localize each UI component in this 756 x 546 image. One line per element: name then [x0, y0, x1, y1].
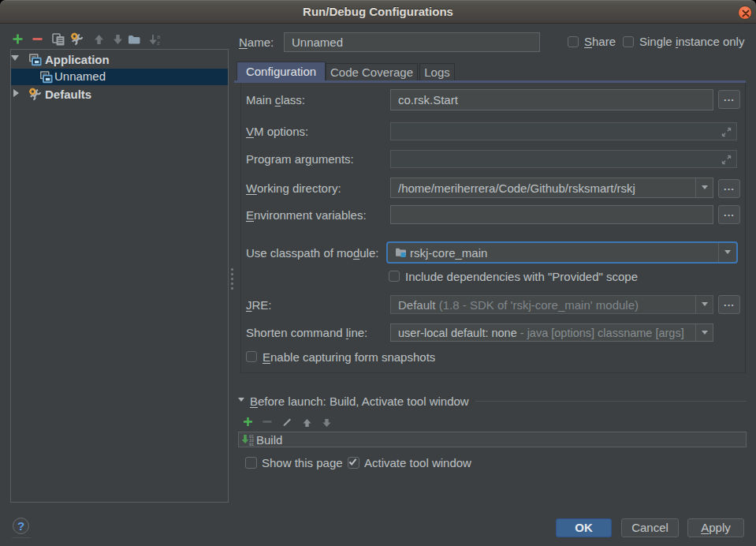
svg-text:01: 01	[249, 443, 254, 447]
svg-text:z: z	[157, 39, 160, 47]
